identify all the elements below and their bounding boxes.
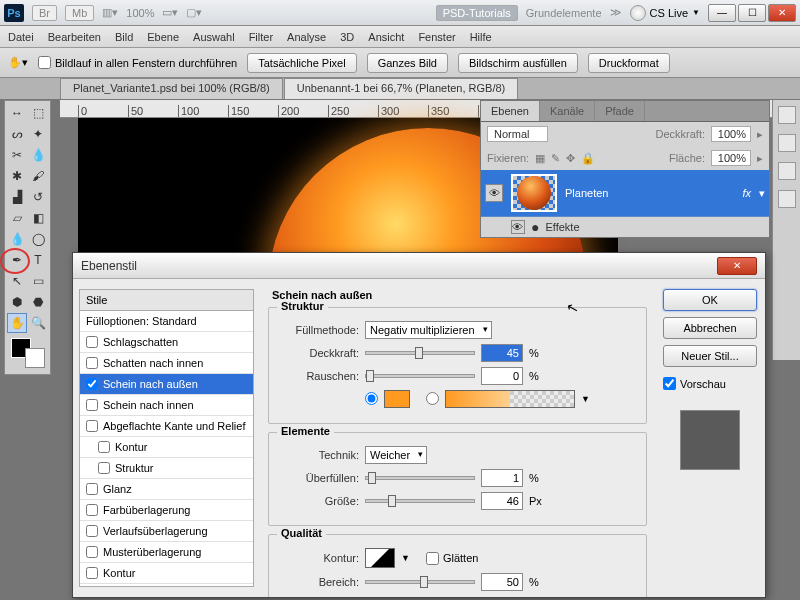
menu-analyse[interactable]: Analyse: [287, 31, 326, 43]
history-brush-tool[interactable]: ↺: [28, 187, 48, 207]
style-kontur-sub[interactable]: Kontur: [80, 437, 253, 458]
style-kontur[interactable]: Kontur: [80, 563, 253, 584]
zoom-tool[interactable]: 🔍: [28, 313, 48, 333]
lasso-tool[interactable]: ᔕ: [7, 124, 27, 144]
screen-icon[interactable]: ▢▾: [186, 6, 202, 19]
blendmode-select[interactable]: Negativ multiplizieren: [365, 321, 492, 339]
tab-pfade[interactable]: Pfade: [595, 101, 645, 121]
style-bevel[interactable]: Abgeflachte Kante und Relief: [80, 416, 253, 437]
fit-screen-button[interactable]: Ganzes Bild: [367, 53, 448, 73]
layer-row-planeten[interactable]: 👁 Planeten fx▾: [481, 170, 769, 217]
bridge-button[interactable]: Br: [32, 5, 57, 21]
style-farbueberlagerung[interactable]: Farbüberlagerung: [80, 500, 253, 521]
effect-visibility-icon[interactable]: 👁: [511, 220, 525, 234]
workspace-label[interactable]: Grundelemente: [526, 7, 602, 19]
doc-tab-2[interactable]: Unbenannt-1 bei 66,7% (Planeten, RGB/8): [284, 78, 519, 99]
zoom-level[interactable]: 100%: [126, 7, 154, 19]
heal-tool[interactable]: ✱: [7, 166, 27, 186]
cancel-button[interactable]: Abbrechen: [663, 317, 757, 339]
eyedropper-tool[interactable]: 💧: [28, 145, 48, 165]
spread-input[interactable]: 1: [481, 469, 523, 487]
print-size-button[interactable]: Druckformat: [588, 53, 670, 73]
dock-icon-1[interactable]: [778, 106, 796, 124]
visibility-icon[interactable]: 👁: [485, 184, 503, 202]
fill-value[interactable]: 100%: [711, 150, 751, 166]
range-slider[interactable]: [365, 580, 475, 584]
lock-brush-icon[interactable]: ✎: [551, 152, 560, 165]
glow-gradient-button[interactable]: [445, 390, 575, 408]
blur-tool[interactable]: 💧: [7, 229, 27, 249]
menu-datei[interactable]: Datei: [8, 31, 34, 43]
glow-color-button[interactable]: [384, 390, 410, 408]
shape-tool[interactable]: ▭: [28, 271, 48, 291]
new-style-button[interactable]: Neuer Stil...: [663, 345, 757, 367]
lock-transparency-icon[interactable]: ▦: [535, 152, 545, 165]
spread-slider[interactable]: [365, 476, 475, 480]
style-muster[interactable]: Musterüberlagerung: [80, 542, 253, 563]
dock-icon-3[interactable]: [778, 162, 796, 180]
tab-ebenen[interactable]: Ebenen: [481, 101, 540, 121]
layer-thumbnail[interactable]: [511, 174, 557, 212]
actual-pixels-button[interactable]: Tatsächliche Pixel: [247, 53, 356, 73]
size-slider[interactable]: [365, 499, 475, 503]
style-schlagschatten[interactable]: Schlagschatten: [80, 332, 253, 353]
tab-kanaele[interactable]: Kanäle: [540, 101, 595, 121]
stamp-tool[interactable]: ▟: [7, 187, 27, 207]
style-verlauf[interactable]: Verlaufsüberlagerung: [80, 521, 253, 542]
fx-badge[interactable]: fx: [742, 187, 751, 199]
doc-tab-1[interactable]: Planet_Variante1.psd bei 100% (RGB/8): [60, 78, 283, 99]
path-tool[interactable]: ↖: [7, 271, 27, 291]
menu-bearbeiten[interactable]: Bearbeiten: [48, 31, 101, 43]
gradient-tool[interactable]: ◧: [28, 208, 48, 228]
dock-icon-4[interactable]: [778, 190, 796, 208]
cslive-button[interactable]: CS Live▼: [630, 5, 700, 21]
menu-ansicht[interactable]: Ansicht: [368, 31, 404, 43]
effects-row[interactable]: 👁 ● Effekte: [481, 217, 769, 237]
technik-select[interactable]: Weicher: [365, 446, 427, 464]
marquee-tool[interactable]: ⬚: [28, 103, 48, 123]
hand-tool-icon[interactable]: ✋▾: [8, 56, 28, 69]
minimize-button[interactable]: —: [708, 4, 736, 22]
maximize-button[interactable]: ☐: [738, 4, 766, 22]
style-glanz[interactable]: Glanz: [80, 479, 253, 500]
menu-3d[interactable]: 3D: [340, 31, 354, 43]
dialog-titlebar[interactable]: Ebenenstil ✕: [73, 253, 765, 279]
camera-tool[interactable]: ⬣: [28, 292, 48, 312]
opacity-slider[interactable]: [365, 351, 475, 355]
fill-screen-button[interactable]: Bildschirm ausfüllen: [458, 53, 578, 73]
menu-filter[interactable]: Filter: [249, 31, 273, 43]
pen-tool[interactable]: ✒: [7, 250, 27, 270]
styles-header[interactable]: Stile: [80, 290, 253, 311]
3d-tool[interactable]: ⬢: [7, 292, 27, 312]
antialias-checkbox[interactable]: Glätten: [426, 552, 478, 565]
lock-all-icon[interactable]: 🔒: [581, 152, 595, 165]
menu-bild[interactable]: Bild: [115, 31, 133, 43]
wand-tool[interactable]: ✦: [28, 124, 48, 144]
minibridge-button[interactable]: Mb: [65, 5, 94, 21]
type-tool[interactable]: T: [28, 250, 48, 270]
noise-slider[interactable]: [365, 374, 475, 378]
style-schein-aussen[interactable]: Schein nach außen: [80, 374, 253, 395]
opacity-value[interactable]: 100%: [711, 126, 751, 142]
menu-auswahl[interactable]: Auswahl: [193, 31, 235, 43]
menu-hilfe[interactable]: Hilfe: [470, 31, 492, 43]
move-tool[interactable]: ↔: [7, 103, 27, 123]
ok-button[interactable]: OK: [663, 289, 757, 311]
close-button[interactable]: ✕: [768, 4, 796, 22]
noise-input[interactable]: 0: [481, 367, 523, 385]
style-struktur-sub[interactable]: Struktur: [80, 458, 253, 479]
menu-fenster[interactable]: Fenster: [418, 31, 455, 43]
size-input[interactable]: 46: [481, 492, 523, 510]
gradient-radio[interactable]: [426, 392, 439, 407]
blend-mode-select[interactable]: Normal: [487, 126, 548, 142]
dodge-tool[interactable]: ◯: [28, 229, 48, 249]
style-schatten-innen[interactable]: Schatten nach innen: [80, 353, 253, 374]
range-input[interactable]: 50: [481, 573, 523, 591]
style-schein-innen[interactable]: Schein nach innen: [80, 395, 253, 416]
brush-tool[interactable]: 🖌: [28, 166, 48, 186]
color-radio[interactable]: [365, 392, 378, 407]
hand-tool[interactable]: ✋: [7, 313, 27, 333]
dock-icon-2[interactable]: [778, 134, 796, 152]
fill-options-row[interactable]: Fülloptionen: Standard: [80, 311, 253, 332]
eraser-tool[interactable]: ▱: [7, 208, 27, 228]
